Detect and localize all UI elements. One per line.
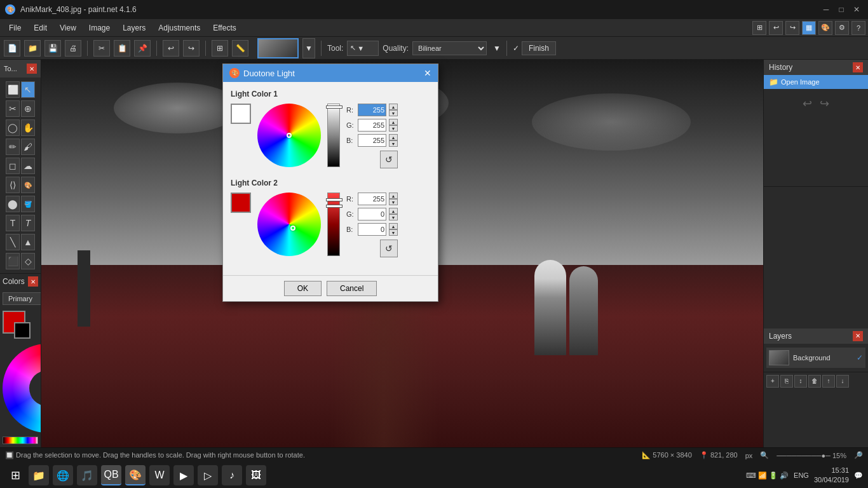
rgb-g-up-1[interactable]: ▲ <box>389 119 398 125</box>
copy-btn[interactable]: 📋 <box>114 40 130 57</box>
taskbar-paintnet[interactable]: 🎨 <box>125 465 146 485</box>
menu-adjustments[interactable]: Adjustments <box>152 21 207 35</box>
primary-secondary-select[interactable]: Primary Secondary <box>3 292 41 305</box>
menu-image[interactable]: Image <box>83 21 116 35</box>
dialog-close-btn[interactable]: ✕ <box>424 68 431 78</box>
fill-tool[interactable]: 🪣 <box>21 196 35 212</box>
text-tool[interactable]: T <box>6 215 20 231</box>
secondary-color-swatch[interactable] <box>14 322 31 339</box>
gradient-bar-1[interactable] <box>327 104 340 167</box>
rgb-r-input-1[interactable]: 255 <box>358 104 386 116</box>
current-tool-dropdown[interactable]: ▼ <box>357 44 364 52</box>
rgb-b-input-1[interactable]: 255 <box>358 134 386 147</box>
status-zoom-out[interactable]: 🔎 <box>854 451 863 459</box>
undo-btn[interactable]: ↩ <box>163 40 179 57</box>
history-item[interactable]: 📁 Open Image <box>764 75 868 89</box>
grid-btn[interactable]: ⊞ <box>212 40 228 57</box>
thumbnail-dropdown[interactable]: ▼ <box>302 38 315 58</box>
pencil-tool[interactable]: ✏ <box>6 139 20 155</box>
reset-color-2-btn[interactable]: ↺ <box>380 240 398 257</box>
taskbar-music[interactable]: 🎵 <box>77 465 97 485</box>
color1-preview[interactable] <box>231 104 251 124</box>
text-tool-2[interactable]: T <box>21 215 35 231</box>
start-button[interactable]: ⊞ <box>5 465 25 485</box>
colors-panel-close[interactable]: ✕ <box>28 276 38 287</box>
rgb-b-down-2[interactable]: ▼ <box>389 229 398 236</box>
color-wheel-2-area[interactable] <box>257 193 321 256</box>
color-wheel-2[interactable] <box>257 193 321 256</box>
move-tool[interactable]: ↖ <box>21 81 35 98</box>
gradient-slider-1[interactable] <box>326 105 342 109</box>
menu-file[interactable]: File <box>3 21 27 35</box>
magic-wand-tool[interactable]: ◯ <box>6 119 20 136</box>
line-tool[interactable]: ╲ <box>6 234 20 250</box>
taskbar-word[interactable]: W <box>149 465 170 485</box>
taskbar-photos[interactable]: 🖼 <box>246 465 266 485</box>
shape-triangle[interactable]: ◇ <box>21 253 35 269</box>
rgb-g-up-2[interactable]: ▲ <box>389 208 398 214</box>
merge-layer-btn[interactable]: ↕ <box>794 375 807 388</box>
toolbar-icon-btn3[interactable]: ↪ <box>785 21 799 35</box>
taskbar-spotify[interactable]: ♪ <box>222 465 242 485</box>
color-wheel-area[interactable] <box>3 344 41 433</box>
gradient-tool[interactable]: ⬤ <box>6 196 20 212</box>
save-btn[interactable]: 💾 <box>44 40 61 57</box>
rgb-r-up-2[interactable]: ▲ <box>389 193 398 199</box>
taskbar-vlc[interactable]: ▶ <box>173 465 194 485</box>
maximize-button[interactable]: □ <box>835 3 848 16</box>
rgb-g-down-2[interactable]: ▼ <box>389 214 398 220</box>
layer-item[interactable]: Background ✓ <box>766 348 865 368</box>
undo-icon[interactable]: ↩ <box>803 97 812 111</box>
color-wheel-1-area[interactable] <box>257 104 321 167</box>
close-button[interactable]: ✕ <box>850 3 863 16</box>
rgb-g-down-1[interactable]: ▼ <box>389 125 398 132</box>
window-controls[interactable]: ─ □ ✕ <box>820 3 863 16</box>
color2-preview[interactable] <box>231 193 251 213</box>
toolbar-icon-btn[interactable]: ⊞ <box>752 21 766 35</box>
reset-color-1-btn[interactable]: ↺ <box>380 151 398 168</box>
gradient-slider-2-bottom[interactable] <box>326 205 342 208</box>
eraser-tool[interactable]: ◻ <box>6 158 20 174</box>
taskbar-chrome[interactable]: 🌐 <box>53 465 73 485</box>
redo-icon[interactable]: ↪ <box>820 97 829 111</box>
taskbar-arrow[interactable]: ▷ <box>198 465 218 485</box>
gradient-bar-2[interactable] <box>327 193 340 256</box>
color-wheel[interactable] <box>3 344 41 433</box>
rgb-b-up-2[interactable]: ▲ <box>389 223 398 229</box>
layer-visibility-check[interactable]: ✓ <box>857 353 863 362</box>
toolbar-help[interactable]: ? <box>851 21 865 35</box>
minimize-button[interactable]: ─ <box>820 3 832 16</box>
rgb-g-input-2[interactable]: 0 <box>358 208 386 220</box>
layers-close-btn[interactable]: ✕ <box>853 331 863 341</box>
menu-layers[interactable]: Layers <box>116 21 152 35</box>
menu-view[interactable]: View <box>53 21 83 35</box>
rgb-r-up-1[interactable]: ▲ <box>389 104 398 110</box>
recolor-tool[interactable]: 🎨 <box>21 177 35 193</box>
pan-tool[interactable]: ✋ <box>21 119 35 136</box>
redo-btn[interactable]: ↪ <box>183 40 200 57</box>
rgb-b-up-1[interactable]: ▲ <box>389 134 398 140</box>
brush-tool[interactable]: 🖌 <box>21 139 35 155</box>
duplicate-layer-btn[interactable]: ⎘ <box>780 375 793 388</box>
tools-panel-close[interactable]: ✕ <box>27 64 37 74</box>
rgb-r-down-2[interactable]: ▼ <box>389 199 398 205</box>
notification-icon[interactable]: 💬 <box>854 471 863 480</box>
delete-layer-btn[interactable]: 🗑 <box>808 375 821 388</box>
lasso-tool[interactable]: ✂ <box>6 100 20 117</box>
menu-edit[interactable]: Edit <box>27 21 53 35</box>
taskbar-qb[interactable]: QB <box>101 465 121 485</box>
toolbar-icon-btn5[interactable]: 🎨 <box>818 21 832 35</box>
clone-tool[interactable]: ⟨⟩ <box>6 177 20 193</box>
rgb-b-down-1[interactable]: ▼ <box>389 140 398 147</box>
ok-button[interactable]: OK <box>284 281 322 296</box>
rgb-r-input-2[interactable]: 255 <box>358 193 386 205</box>
cancel-button[interactable]: Cancel <box>327 281 377 296</box>
cut-btn[interactable]: ✂ <box>93 40 110 57</box>
toolbar-settings[interactable]: ⚙ <box>835 21 849 35</box>
layer-up-btn[interactable]: ↑ <box>822 375 835 388</box>
taskbar-explorer[interactable]: 📁 <box>29 465 49 485</box>
quality-select[interactable]: Bilinear Nearest Neighbor Bicubic <box>412 41 487 55</box>
menu-effects[interactable]: Effects <box>207 21 242 35</box>
paste-btn[interactable]: 📌 <box>134 40 151 57</box>
toolbar-icon-btn4[interactable]: ▦ <box>802 21 816 35</box>
